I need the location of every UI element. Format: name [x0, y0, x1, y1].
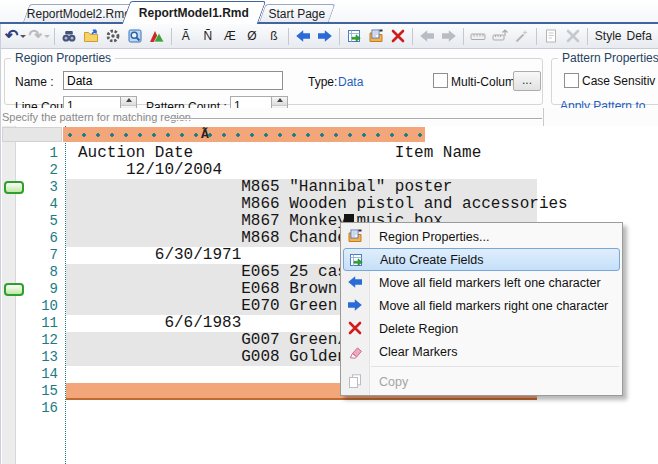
pattern-definition-bar[interactable]: Ã	[63, 127, 425, 142]
char-o-slash-button[interactable]: Ø	[241, 25, 263, 47]
menu-delete-region[interactable]: Delete Region	[341, 317, 622, 340]
multi-column-label: Multi-Column	[451, 75, 522, 89]
region-properties-button[interactable]	[365, 25, 387, 47]
menu-item-label: Copy	[379, 375, 408, 389]
properties-panel: Region Properties Name : Type: Data Mult…	[0, 49, 658, 108]
spin-up-button[interactable]	[121, 97, 136, 106]
char-a-tilde-button[interactable]: Ã	[175, 25, 197, 47]
add-guide-button[interactable]	[489, 25, 511, 47]
delete-field-icon	[565, 28, 581, 44]
line-number: 1	[14, 145, 58, 162]
x-icon	[347, 320, 363, 336]
move-markers-right-button[interactable]	[314, 25, 336, 47]
toolbar-separator	[54, 28, 55, 45]
style-label: Style	[595, 29, 622, 43]
case-sensitive-checkbox[interactable]	[564, 73, 579, 88]
char-n-tilde-button[interactable]: Ñ	[197, 25, 219, 47]
char-eszett-button[interactable]: ß	[263, 25, 285, 47]
import-button[interactable]	[80, 25, 102, 47]
region-name-input[interactable]	[63, 71, 283, 90]
region-marker[interactable]	[4, 181, 24, 194]
report-line[interactable]: E065 25 cas	[66, 264, 347, 281]
field-properties-button[interactable]	[540, 25, 562, 47]
line-number: 11	[14, 315, 58, 332]
style-combobox[interactable]: Defa	[627, 29, 652, 43]
line-number: 16	[14, 400, 58, 417]
next-region-icon	[441, 28, 457, 44]
multi-column-options-button[interactable]: ...	[513, 71, 541, 91]
eraser-icon	[347, 343, 363, 359]
delete-region-button[interactable]	[387, 25, 409, 47]
move-markers-left-button[interactable]	[292, 25, 314, 47]
context-menu: Region Properties...Auto Create FieldsMo…	[340, 222, 623, 396]
preview-button[interactable]	[124, 25, 146, 47]
pattern-properties-title: Pattern Properties	[558, 51, 658, 65]
report-line[interactable]: E068 Brown	[66, 281, 337, 298]
menu-item-label: Clear Markers	[379, 345, 458, 359]
settings-icon	[105, 28, 121, 44]
report-line[interactable]: M865 "Hannibal" poster	[66, 179, 452, 196]
find-button[interactable]	[58, 25, 80, 47]
menu-move-markers-right[interactable]: Move all field markers right one charact…	[341, 294, 622, 317]
toolbar-separator	[339, 28, 340, 45]
dropdown-caret-icon[interactable]	[44, 35, 50, 41]
report-line[interactable]: G008 Golden	[66, 349, 347, 366]
document-tabbar: ReportModel2.RmdReportModel1.RmdStart Pa…	[0, 0, 658, 24]
wand-button[interactable]	[511, 25, 533, 47]
report-line[interactable]: 6/6/1983	[66, 315, 241, 332]
toolbar-separator	[536, 28, 537, 45]
prev-region-icon	[419, 28, 435, 44]
auto-create-fields-icon	[346, 28, 362, 44]
report-model-editor-window: ReportModel2.RmdReportModel1.RmdStart Pa…	[0, 0, 658, 464]
delete-field-button[interactable]	[562, 25, 584, 47]
undo-button[interactable]: ↶	[4, 25, 27, 47]
region-marker[interactable]	[4, 283, 24, 296]
line-number: 14	[14, 366, 58, 383]
menu-copy[interactable]: Copy	[341, 370, 622, 393]
window-left-edge	[0, 24, 1, 464]
doc-orange-icon	[347, 228, 363, 244]
tab-reportmodel1-rmd[interactable]: ReportModel1.Rmd	[122, 1, 266, 24]
report-line[interactable]: 12/10/2004	[66, 162, 222, 179]
region-properties-group: Region Properties Name : Type: Data Mult…	[4, 51, 543, 105]
arrow-left-icon	[347, 274, 363, 290]
find-icon	[61, 28, 77, 44]
auto-create-fields-button[interactable]	[343, 25, 365, 47]
menu-item-label: Auto Create Fields	[380, 253, 484, 267]
report-line[interactable]: G007 Green/	[66, 332, 347, 349]
line-number: 5	[14, 213, 58, 230]
next-region-button[interactable]	[438, 25, 460, 47]
toolbar-separator	[288, 28, 289, 45]
delete-region-icon	[390, 28, 406, 44]
move-markers-right-icon	[317, 28, 333, 44]
statistics-button[interactable]	[146, 25, 168, 47]
ruler-button[interactable]	[467, 25, 489, 47]
menu-item-label: Move all field markers left one characte…	[379, 276, 601, 290]
menu-auto-create-fields[interactable]: Auto Create Fields	[343, 248, 620, 271]
menu-move-markers-left[interactable]: Move all field markers left one characte…	[341, 271, 622, 294]
char-ae-button[interactable]: Æ	[219, 25, 241, 47]
redo-button[interactable]: ↷	[27, 25, 50, 47]
line-number: 13	[14, 349, 58, 366]
tab-start-page[interactable]: Start Page	[259, 4, 336, 23]
report-line[interactable]: E070 Green	[66, 298, 337, 315]
report-line[interactable]: M868 Chande	[66, 230, 347, 247]
toolbar-separator	[587, 28, 588, 45]
settings-button[interactable]	[102, 25, 124, 47]
line-number: 10	[14, 298, 58, 315]
field-properties-icon	[543, 28, 559, 44]
report-line[interactable]: Auction Date Item Name	[66, 145, 481, 162]
spin-up-button[interactable]	[272, 97, 287, 106]
report-line[interactable]: 6/30/1971	[66, 247, 241, 264]
multi-column-checkbox[interactable]	[433, 73, 448, 88]
menu-region-properties[interactable]: Region Properties...	[341, 225, 622, 248]
report-line[interactable]: M866 Wooden pistol and accessories	[66, 196, 568, 213]
prev-region-button[interactable]	[416, 25, 438, 47]
menu-clear-markers[interactable]: Clear Markers	[341, 340, 622, 363]
table-green-icon	[348, 252, 364, 268]
region-properties-icon	[368, 28, 384, 44]
pattern-marker-char[interactable]: Ã	[201, 127, 209, 142]
copy-icon	[347, 373, 363, 389]
dropdown-caret-icon[interactable]	[20, 35, 26, 41]
tab-reportmodel2-rmd[interactable]: ReportModel2.Rmd	[23, 4, 133, 23]
